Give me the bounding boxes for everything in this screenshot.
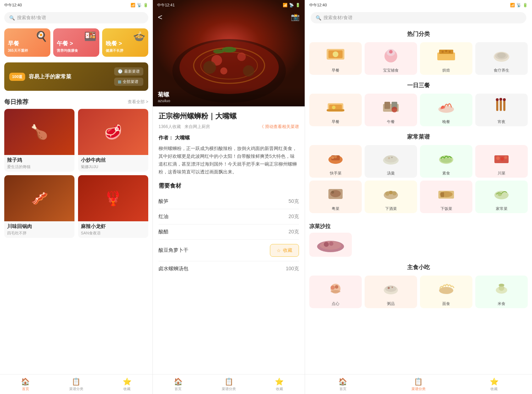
- hot-section: 热门分类 早餐 宝宝辅食: [305, 26, 532, 77]
- svg-point-14: [333, 51, 338, 57]
- banner-text: 容易上手的家常菜: [29, 73, 71, 80]
- cold-section-title: 凉菜沙拉: [309, 223, 528, 230]
- food-card-2[interactable]: 🥓 川味回锅肉 四毛吃不胖: [4, 175, 74, 238]
- categories-nav-icon: 📋: [72, 377, 81, 386]
- home-cat-r2-0[interactable]: 粤菜: [309, 181, 362, 213]
- three-meals-2[interactable]: 晚餐: [420, 94, 472, 126]
- home-panel: 中午12:40 📶 📡 🔋 🔍 搜索食材/食谱 🍳 早餐 365天不重样 🍱 午…: [0, 0, 153, 394]
- nav-favorites-cat[interactable]: ⭐ 收藏: [456, 374, 532, 394]
- food-card-1[interactable]: 🥩 小炒牛肉丝 菊娜JUJU: [78, 109, 148, 172]
- svg-point-41: [503, 98, 506, 101]
- home-cat-r1-3[interactable]: 川菜: [475, 145, 528, 178]
- source-label: 来自网上厨房: [184, 124, 210, 130]
- nav-categories[interactable]: 📋 菜谱分类: [51, 374, 101, 394]
- three-meals-3[interactable]: 宵夜: [475, 94, 528, 126]
- overlay-sub: azuiluo: [158, 99, 300, 103]
- food-info-1: 小炒牛肉丝 菊娜JUJU: [78, 155, 148, 172]
- svg-point-62: [392, 191, 397, 195]
- hot-cat-label-3: 食疗养生: [475, 66, 528, 75]
- daily-section-header: 每日推荐 查看全部 >: [0, 94, 153, 109]
- nav-categories-detail[interactable]: 📋 菜谱分类: [204, 374, 254, 394]
- food-card-0[interactable]: 🍗 辣子鸡 爱生活的馋猫: [4, 109, 74, 172]
- staple-cat-label-0: 点心: [309, 300, 362, 308]
- svg-point-9: [213, 49, 224, 54]
- staple-cat-1[interactable]: 粥品: [365, 276, 417, 308]
- staple-cat-0[interactable]: 点心: [309, 276, 362, 308]
- nav-categories-cat[interactable]: 📋 菜谱分类: [381, 374, 456, 394]
- status-bar-detail: 中午12:41 📶 📡 🔋: [153, 0, 305, 10]
- banner-links: 🕐 最新菜谱 ▦ 全部菜谱: [114, 67, 143, 86]
- food-name-3: 麻辣小龙虾: [81, 223, 145, 230]
- svg-point-83: [499, 284, 504, 287]
- dinner-card[interactable]: 🍲 晚餐 > 健康不长胖: [102, 28, 148, 57]
- categories-panel: 中午12:40 📶 📡 🔋 🔍 搜索食材/食谱 热门分类 早餐: [305, 0, 532, 394]
- daily-more[interactable]: 查看全部 >: [128, 99, 148, 105]
- svg-point-10: [203, 61, 216, 74]
- nav-categories-label-cat: 菜谱分类: [411, 387, 426, 392]
- hot-cat-0[interactable]: 早餐: [309, 42, 362, 75]
- home-cat-r1-2[interactable]: 素食: [420, 145, 472, 178]
- star-icon: ☆: [277, 248, 281, 253]
- svg-rect-37: [500, 100, 502, 111]
- home-banner[interactable]: 100道 容易上手的家常菜 🕐 最新菜谱 ▦ 全部菜谱: [4, 62, 148, 91]
- home-cat-r2-label-3: 家常菜: [475, 205, 528, 213]
- nav-home-cat[interactable]: 🏠 首页: [305, 374, 381, 394]
- svg-point-8: [222, 47, 236, 52]
- home-cats-row1: 快手菜 汤羹 素食 川: [309, 145, 528, 178]
- nav-home-label: 首页: [22, 387, 29, 392]
- search-bar-home[interactable]: 🔍 搜索食材/食谱: [4, 12, 148, 23]
- nav-favorites[interactable]: ⭐ 收藏: [102, 374, 153, 394]
- home-cat-r2-label-1: 下酒菜: [365, 205, 417, 213]
- hot-cat-2[interactable]: 烘焙: [420, 42, 472, 75]
- share-button[interactable]: 📸: [291, 13, 300, 21]
- breakfast-card[interactable]: 🍳 早餐 365天不重样: [4, 28, 50, 57]
- home-cat-r2-3[interactable]: 家常菜: [475, 181, 528, 213]
- collect-button[interactable]: ☆ 收藏: [270, 244, 299, 257]
- hot-cat-3[interactable]: 食疗养生: [475, 42, 528, 75]
- banner-link-all[interactable]: ▦ 全部菜谱: [114, 78, 143, 86]
- categories-nav-icon-detail: 📋: [225, 377, 233, 386]
- signal-icon: 📶: [131, 3, 135, 7]
- cold-cat-0[interactable]: [309, 233, 352, 257]
- svg-rect-65: [440, 192, 444, 197]
- staple-cat-label-2: 面食: [420, 300, 472, 308]
- categories-inner: 中午12:40 📶 📡 🔋 🔍 搜索食材/食谱 热门分类 早餐: [305, 0, 532, 394]
- three-meals-0[interactable]: 早餐: [309, 94, 362, 126]
- bottom-nav-detail: 🏠 首页 📋 菜谱分类 ⭐ 收藏: [153, 374, 305, 394]
- nav-home-detail[interactable]: 🏠 首页: [153, 374, 204, 394]
- banner-badge: 100道: [9, 73, 25, 81]
- hot-section-title: 热门分类: [309, 30, 528, 38]
- battery-icon: 🔋: [143, 3, 148, 7]
- lunch-card[interactable]: 🍱 午餐 > 营养均衡膳食: [53, 28, 99, 57]
- ingredient-1: 红油 20克: [159, 209, 299, 224]
- food-card-3[interactable]: 🦞 麻辣小龙虾 SAN食夜语: [78, 175, 148, 238]
- home-cat-r1-1[interactable]: 汤羹: [365, 145, 417, 178]
- back-button[interactable]: <: [158, 13, 162, 22]
- author-name: 大嘴螺: [175, 135, 190, 140]
- breakfast-icon: 🍳: [35, 30, 48, 42]
- dinner-subtitle: 健康不长胖: [106, 48, 145, 53]
- svg-point-47: [384, 155, 397, 162]
- collections-count: 1366人收藏: [159, 124, 181, 130]
- svg-point-77: [385, 285, 397, 292]
- home-nav-icon-cat: 🏠: [338, 377, 347, 386]
- lunch-subtitle: 营养均衡膳食: [57, 48, 96, 53]
- nav-favorites-detail[interactable]: ⭐ 收藏: [254, 374, 305, 394]
- home-cat-r2-2[interactable]: 下饭菜: [420, 181, 472, 213]
- cold-section: 凉菜沙拉: [305, 218, 532, 259]
- home-cat-r2-1[interactable]: 下酒菜: [365, 181, 417, 213]
- banner-link-new[interactable]: 🕐 最新菜谱: [114, 67, 143, 76]
- svg-point-25: [497, 52, 506, 58]
- svg-point-80: [439, 287, 453, 294]
- three-meals-img-2: [420, 94, 472, 118]
- hot-cat-1[interactable]: 宝宝辅食: [365, 42, 417, 75]
- home-cat-r1-0[interactable]: 快手菜: [309, 145, 362, 178]
- staple-cat-3[interactable]: 米食: [475, 276, 528, 308]
- food-info-0: 辣子鸡 爱生活的馋猫: [4, 155, 74, 172]
- search-bar-cat[interactable]: 🔍 搜索食材/食谱: [311, 12, 526, 23]
- nav-home[interactable]: 🏠 首页: [0, 374, 51, 394]
- three-meals-1[interactable]: 午餐: [365, 94, 417, 126]
- ingredient-0: 酸笋 50克: [159, 194, 299, 209]
- svg-point-60: [385, 192, 389, 196]
- staple-cat-2[interactable]: 面食: [420, 276, 472, 308]
